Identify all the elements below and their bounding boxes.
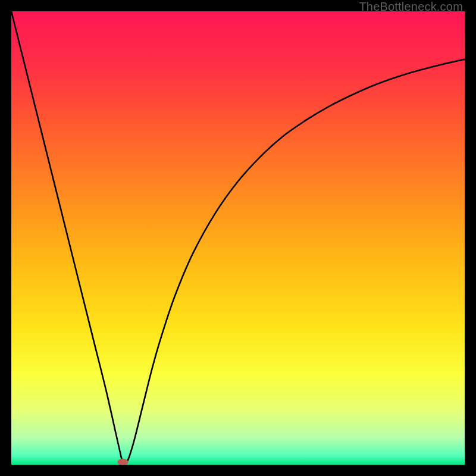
gradient-background <box>11 11 465 465</box>
chart-frame <box>11 11 465 465</box>
watermark-label: TheBottleneck.com <box>359 0 463 14</box>
bottleneck-chart <box>11 11 465 465</box>
